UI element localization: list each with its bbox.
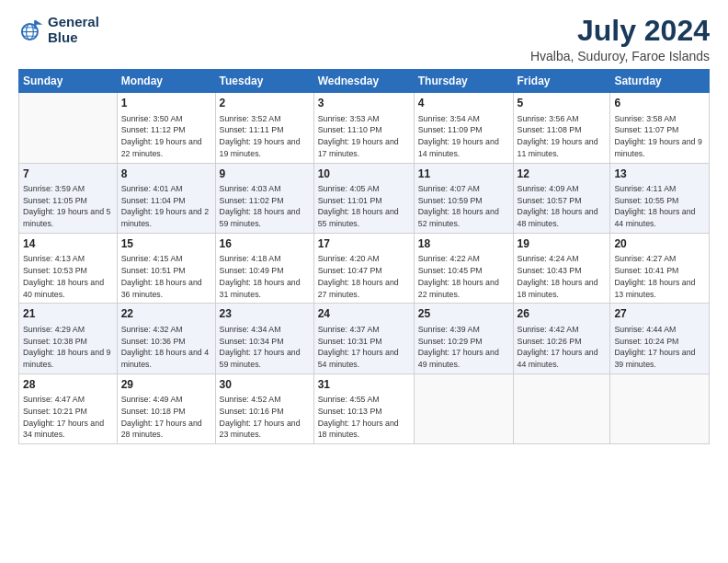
calendar-day-cell: 17Sunrise: 4:20 AMSunset: 10:47 PMDaylig… (313, 233, 414, 303)
calendar-day-cell: 12Sunrise: 4:09 AMSunset: 10:57 PMDaylig… (513, 163, 610, 233)
calendar-day-cell: 28Sunrise: 4:47 AMSunset: 10:21 PMDaylig… (19, 373, 118, 443)
day-number: 30 (220, 377, 310, 393)
day-info: Sunrise: 4:32 AMSunset: 10:36 PMDaylight… (121, 324, 211, 371)
day-number: 5 (518, 96, 607, 111)
calendar-day-cell: 7Sunrise: 3:59 AMSunset: 11:05 PMDayligh… (19, 163, 118, 233)
day-number: 31 (318, 377, 410, 393)
calendar-day-cell: 1Sunrise: 3:50 AMSunset: 11:12 PMDayligh… (117, 93, 215, 163)
calendar-day-cell: 30Sunrise: 4:52 AMSunset: 10:16 PMDaylig… (215, 373, 313, 443)
day-info: Sunrise: 4:52 AMSunset: 10:16 PMDaylight… (220, 394, 310, 441)
calendar-day-cell: 27Sunrise: 4:44 AMSunset: 10:24 PMDaylig… (610, 304, 710, 373)
day-info: Sunrise: 4:09 AMSunset: 10:57 PMDaylight… (518, 183, 607, 230)
calendar-day-cell: 29Sunrise: 4:49 AMSunset: 10:18 PMDaylig… (117, 373, 215, 443)
calendar-day-cell: 14Sunrise: 4:13 AMSunset: 10:53 PMDaylig… (19, 233, 118, 303)
calendar-week-row: 7Sunrise: 3:59 AMSunset: 11:05 PMDayligh… (19, 163, 710, 233)
day-number: 21 (23, 306, 113, 322)
calendar-week-row: 14Sunrise: 4:13 AMSunset: 10:53 PMDaylig… (19, 233, 710, 303)
day-info: Sunrise: 4:42 AMSunset: 10:26 PMDaylight… (518, 324, 607, 371)
day-info: Sunrise: 4:18 AMSunset: 10:49 PMDaylight… (220, 253, 310, 300)
day-info: Sunrise: 3:56 AMSunset: 11:08 PMDaylight… (518, 113, 607, 160)
calendar-day-cell: 25Sunrise: 4:39 AMSunset: 10:29 PMDaylig… (414, 304, 513, 373)
calendar-day-cell: 9Sunrise: 4:03 AMSunset: 11:02 PMDayligh… (215, 163, 313, 233)
day-number: 6 (614, 96, 705, 111)
day-number: 15 (121, 236, 211, 252)
day-number: 22 (121, 306, 211, 322)
day-info: Sunrise: 4:47 AMSunset: 10:21 PMDaylight… (23, 394, 113, 441)
day-number: 13 (614, 167, 705, 182)
day-info: Sunrise: 4:13 AMSunset: 10:53 PMDaylight… (23, 253, 113, 300)
day-info: Sunrise: 3:53 AMSunset: 11:10 PMDaylight… (318, 113, 410, 160)
day-number: 1 (121, 96, 211, 111)
col-monday: Monday (117, 70, 215, 93)
svg-rect-7 (34, 20, 36, 29)
col-sunday: Sunday (19, 70, 118, 93)
day-number: 3 (318, 96, 410, 111)
col-friday: Friday (513, 70, 610, 93)
day-number: 27 (614, 306, 705, 322)
calendar-day-cell: 18Sunrise: 4:22 AMSunset: 10:45 PMDaylig… (414, 233, 513, 303)
col-wednesday: Wednesday (313, 70, 414, 93)
day-info: Sunrise: 3:58 AMSunset: 11:07 PMDaylight… (614, 113, 705, 160)
calendar-day-cell (610, 373, 710, 443)
day-number: 26 (518, 306, 607, 322)
day-number: 8 (121, 167, 211, 182)
calendar-day-cell: 6Sunrise: 3:58 AMSunset: 11:07 PMDayligh… (610, 93, 710, 163)
logo-text: General Blue (48, 15, 99, 45)
subtitle: Hvalba, Suduroy, Faroe Islands (530, 49, 710, 63)
day-number: 2 (220, 96, 310, 111)
day-info: Sunrise: 4:44 AMSunset: 10:24 PMDaylight… (614, 324, 705, 371)
calendar-day-cell: 13Sunrise: 4:11 AMSunset: 10:55 PMDaylig… (610, 163, 710, 233)
calendar-day-cell: 3Sunrise: 3:53 AMSunset: 11:10 PMDayligh… (313, 93, 414, 163)
day-info: Sunrise: 4:24 AMSunset: 10:43 PMDaylight… (518, 253, 607, 300)
day-number: 10 (318, 167, 410, 182)
calendar-day-cell: 22Sunrise: 4:32 AMSunset: 10:36 PMDaylig… (117, 304, 215, 373)
day-info: Sunrise: 4:07 AMSunset: 10:59 PMDaylight… (418, 183, 509, 230)
calendar-day-cell: 31Sunrise: 4:55 AMSunset: 10:13 PMDaylig… (313, 373, 414, 443)
calendar-day-cell: 5Sunrise: 3:56 AMSunset: 11:08 PMDayligh… (513, 93, 610, 163)
day-number: 9 (220, 167, 310, 182)
day-info: Sunrise: 3:50 AMSunset: 11:12 PMDaylight… (121, 113, 211, 160)
calendar-week-row: 28Sunrise: 4:47 AMSunset: 10:21 PMDaylig… (19, 373, 710, 443)
day-info: Sunrise: 4:15 AMSunset: 10:51 PMDaylight… (121, 253, 211, 300)
day-info: Sunrise: 4:20 AMSunset: 10:47 PMDaylight… (318, 253, 410, 300)
main-title: July 2024 (530, 15, 710, 47)
day-info: Sunrise: 4:39 AMSunset: 10:29 PMDaylight… (418, 324, 509, 371)
day-number: 23 (220, 306, 310, 322)
page: General Blue July 2024 Hvalba, Suduroy, … (0, 0, 728, 563)
day-info: Sunrise: 3:52 AMSunset: 11:11 PMDaylight… (220, 113, 310, 160)
calendar-day-cell: 20Sunrise: 4:27 AMSunset: 10:41 PMDaylig… (610, 233, 710, 303)
day-number: 19 (518, 236, 607, 252)
day-number: 28 (23, 377, 113, 393)
col-thursday: Thursday (414, 70, 513, 93)
day-number: 16 (220, 236, 310, 252)
day-number: 7 (23, 167, 113, 182)
day-number: 14 (23, 236, 113, 252)
day-number: 12 (518, 167, 607, 182)
calendar-header-row: Sunday Monday Tuesday Wednesday Thursday… (19, 70, 710, 93)
calendar-day-cell: 21Sunrise: 4:29 AMSunset: 10:38 PMDaylig… (19, 304, 118, 373)
calendar-day-cell (19, 93, 118, 163)
day-info: Sunrise: 4:37 AMSunset: 10:31 PMDaylight… (318, 324, 410, 371)
calendar-day-cell: 26Sunrise: 4:42 AMSunset: 10:26 PMDaylig… (513, 304, 610, 373)
calendar-day-cell: 23Sunrise: 4:34 AMSunset: 10:34 PMDaylig… (215, 304, 313, 373)
calendar-day-cell: 24Sunrise: 4:37 AMSunset: 10:31 PMDaylig… (313, 304, 414, 373)
calendar-week-row: 21Sunrise: 4:29 AMSunset: 10:38 PMDaylig… (19, 304, 710, 373)
day-number: 4 (418, 96, 509, 111)
day-info: Sunrise: 4:22 AMSunset: 10:45 PMDaylight… (418, 253, 509, 300)
calendar-week-row: 1Sunrise: 3:50 AMSunset: 11:12 PMDayligh… (19, 93, 710, 163)
calendar-day-cell: 10Sunrise: 4:05 AMSunset: 11:01 PMDaylig… (313, 163, 414, 233)
calendar-day-cell: 8Sunrise: 4:01 AMSunset: 11:04 PMDayligh… (117, 163, 215, 233)
col-saturday: Saturday (610, 70, 710, 93)
calendar-day-cell (414, 373, 513, 443)
day-info: Sunrise: 4:03 AMSunset: 11:02 PMDaylight… (220, 183, 310, 230)
day-info: Sunrise: 3:59 AMSunset: 11:05 PMDaylight… (23, 183, 113, 230)
day-info: Sunrise: 4:29 AMSunset: 10:38 PMDaylight… (23, 324, 113, 371)
day-number: 24 (318, 306, 410, 322)
day-info: Sunrise: 4:11 AMSunset: 10:55 PMDaylight… (614, 183, 705, 230)
day-number: 25 (418, 306, 509, 322)
day-info: Sunrise: 4:55 AMSunset: 10:13 PMDaylight… (318, 394, 410, 441)
day-info: Sunrise: 3:54 AMSunset: 11:09 PMDaylight… (418, 113, 509, 160)
day-info: Sunrise: 4:05 AMSunset: 11:01 PMDaylight… (318, 183, 410, 230)
calendar-day-cell: 16Sunrise: 4:18 AMSunset: 10:49 PMDaylig… (215, 233, 313, 303)
day-number: 20 (614, 236, 705, 252)
